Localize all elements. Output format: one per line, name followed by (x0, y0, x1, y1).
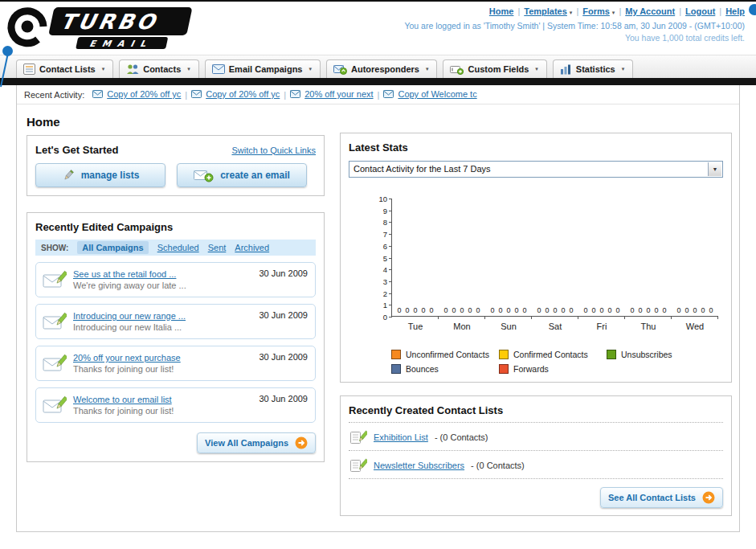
y-axis-tick (389, 293, 392, 294)
top-nav-templates[interactable]: Templates▾ (524, 6, 572, 16)
legend-item-unsubscribes: Unsubscribes (607, 350, 714, 359)
contact-list-item[interactable]: Newsletter Subscribers - (0 Contacts) (349, 451, 723, 479)
email-icon (383, 90, 394, 98)
tab-autoresponders[interactable]: Autoresponders▾ (326, 59, 437, 78)
campaign-title-link[interactable]: 20% off your next purchase (73, 353, 181, 363)
left-column: Let's Get Started Switch to Quick Links (27, 135, 325, 462)
campaign-date: 30 Jun 2009 (259, 394, 308, 404)
datapoint-label: 0 (591, 306, 595, 314)
create-email-button[interactable]: create an email (177, 163, 307, 187)
top-nav-logout[interactable]: Logout (685, 6, 715, 16)
tab-label: Contact Lists (39, 64, 96, 74)
email-icon (191, 90, 202, 98)
campaign-subtitle: We're giving away our late ... (73, 281, 186, 290)
campaign-edit-icon (43, 269, 67, 291)
legend-label: Confirmed Contacts (513, 350, 588, 359)
chevron-down-icon: ▾ (309, 66, 312, 72)
chevron-down-icon: ▾ (426, 66, 429, 72)
view-all-campaigns-button[interactable]: View All Campaigns (197, 432, 316, 453)
tab-email-campaigns[interactable]: Email Campaigns▾ (205, 59, 321, 78)
datapoint-label: 0 (430, 306, 434, 314)
legend-label: Unsubscribes (621, 350, 672, 359)
x-axis-label: Thu (625, 322, 672, 331)
view-all-campaigns-label: View All Campaigns (205, 438, 288, 448)
datapoint-label: 0 (476, 306, 480, 314)
datapoint-label: 0 (523, 306, 527, 314)
callout-line (0, 51, 11, 90)
recent-activity-item[interactable]: Copy of 20% off yc (191, 89, 280, 99)
top-nav-help[interactable]: Help (725, 6, 745, 16)
datapoint-label: 0 (537, 306, 541, 314)
recent-activity-item[interactable]: Copy of Welcome tc (383, 89, 476, 99)
recent-activity-link[interactable]: Copy of 20% off yc (206, 89, 280, 99)
campaign-title-link[interactable]: Welcome to our email list (73, 395, 174, 404)
y-axis-tick (389, 317, 392, 318)
filter-scheduled[interactable]: Scheduled (157, 243, 199, 252)
x-axis-label: Mon (439, 322, 485, 331)
divider: | (679, 6, 681, 16)
y-axis-tick (389, 199, 392, 199)
chevron-down-icon: ▾ (102, 66, 105, 72)
top-nav-forms[interactable]: Forms▾ (582, 6, 615, 16)
logo-subtitle-text: EMAIL (88, 39, 153, 49)
campaign-title-link[interactable]: Introducing our new range ... (73, 311, 186, 321)
x-axis-tick (484, 316, 485, 319)
tab-contact-lists[interactable]: Contact Lists▾ (16, 59, 113, 78)
filter-archived[interactable]: Archived (235, 243, 269, 252)
recent-activity-item[interactable]: 20% off your next (290, 89, 373, 99)
datapoint-label: 0 (599, 306, 603, 314)
filter-all-campaigns[interactable]: All Campaigns (77, 241, 148, 254)
arrow-right-icon (295, 436, 308, 449)
tab-label: Custom Fields (468, 64, 529, 74)
x-axis-tick (578, 316, 578, 319)
campaign-list-item[interactable]: See us at the retail food ...We're givin… (35, 262, 316, 297)
latest-stats-title: Latest Stats (349, 141, 723, 154)
campaign-list-item[interactable]: Welcome to our email listThanks for join… (35, 387, 316, 423)
chart-plot-area: 01234567891000000Tue00000Mon00000Sun0000… (391, 199, 717, 317)
filter-sent[interactable]: Sent (208, 243, 227, 252)
manage-lists-button[interactable]: manage lists (35, 163, 166, 187)
stats-range-select[interactable]: Contact Activity for the Last 7 Days ▼ (349, 161, 723, 178)
recent-activity-link[interactable]: 20% off your next (304, 89, 373, 99)
legend-swatch (607, 350, 616, 359)
tab-contacts[interactable]: Contacts▾ (119, 59, 199, 78)
datapoint-label: 0 (553, 306, 557, 314)
recent-activity-item[interactable]: Copy of 20% off yc (92, 89, 181, 99)
campaign-list-item[interactable]: 20% off your next purchaseThanks for joi… (35, 346, 316, 381)
datapoint-group: 00000 (485, 306, 532, 314)
recent-activity-link[interactable]: Copy of 20% off yc (107, 89, 181, 99)
legend-label: Forwards (513, 364, 549, 374)
top-nav-home[interactable]: Home (489, 6, 514, 16)
recent-activity-link[interactable]: Copy of Welcome tc (398, 89, 476, 99)
switch-quick-links-link[interactable]: Switch to Quick Links (231, 145, 316, 155)
campaign-list-item[interactable]: Introducing our new range ...Introducing… (35, 304, 316, 339)
y-axis-tick (389, 269, 392, 270)
contact-list-link[interactable]: Exhibition List (374, 432, 428, 442)
top-nav-my-account[interactable]: My Account (625, 6, 675, 16)
x-axis-label: Wed (672, 322, 718, 331)
see-all-contact-lists-button[interactable]: See All Contact Lists (600, 487, 723, 508)
credits-info: You have 1,000 total credits left. (404, 33, 745, 43)
divider: | (378, 90, 380, 100)
campaign-date: 30 Jun 2009 (259, 352, 308, 362)
statistics-icon (560, 64, 572, 75)
chevron-down-icon: ▾ (187, 66, 190, 72)
divider: | (284, 90, 286, 100)
contact-list-link[interactable]: Newsletter Subscribers (374, 461, 464, 470)
arrow-right-icon (702, 491, 715, 504)
legend-label: Unconfirmed Contacts (406, 350, 489, 359)
contact-list-item[interactable]: Exhibition List - (0 Contacts) (349, 423, 723, 451)
x-axis-tick (671, 316, 672, 319)
datapoint-label: 0 (709, 306, 713, 314)
logo-title-text: TURBO (59, 10, 161, 34)
tab-custom-fields[interactable]: Custom Fields▾ (443, 59, 546, 78)
datapoint-label: 0 (663, 306, 667, 314)
turbo-email-logo[interactable]: TURBO EMAIL (5, 4, 220, 52)
campaign-title-link[interactable]: See us at the retail food ... (73, 269, 186, 279)
tab-statistics[interactable]: Statistics▾ (553, 59, 633, 78)
legend-swatch (391, 350, 401, 359)
datapoint-group: 00000 (625, 306, 672, 314)
datapoint-label: 0 (405, 306, 409, 314)
divider: | (576, 6, 578, 16)
campaign-date: 30 Jun 2009 (259, 268, 308, 278)
